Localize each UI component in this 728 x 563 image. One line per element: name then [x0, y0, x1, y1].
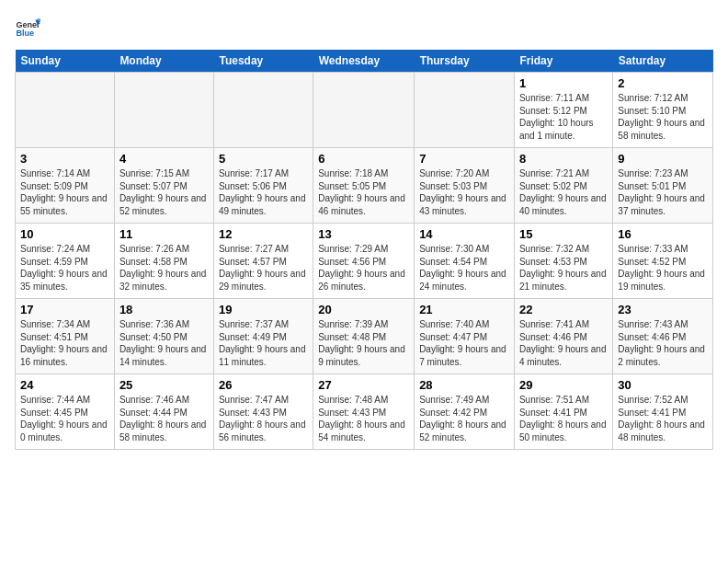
calendar-cell: 16Sunrise: 7:33 AM Sunset: 4:52 PM Dayli…: [613, 224, 713, 299]
day-info: Sunrise: 7:39 AM Sunset: 4:48 PM Dayligh…: [318, 318, 409, 368]
day-info: Sunrise: 7:30 AM Sunset: 4:54 PM Dayligh…: [419, 243, 509, 293]
day-number: 20: [318, 303, 409, 316]
header: General Blue: [15, 15, 713, 40]
day-number: 30: [618, 378, 708, 392]
day-number: 1: [519, 76, 608, 90]
weekday-header-friday: Friday: [514, 50, 612, 73]
day-info: Sunrise: 7:15 AM Sunset: 5:07 PM Dayligh…: [119, 167, 209, 217]
calendar-cell: 20Sunrise: 7:39 AM Sunset: 4:48 PM Dayli…: [313, 299, 415, 374]
day-number: 23: [618, 303, 708, 316]
day-number: 6: [318, 152, 409, 166]
weekday-header-sunday: Sunday: [16, 50, 115, 73]
calendar-cell: 9Sunrise: 7:23 AM Sunset: 5:01 PM Daylig…: [613, 148, 713, 224]
day-number: 3: [20, 152, 109, 166]
calendar-cell: 7Sunrise: 7:20 AM Sunset: 5:03 PM Daylig…: [415, 148, 515, 224]
day-number: 12: [219, 227, 308, 241]
day-info: Sunrise: 7:33 AM Sunset: 4:52 PM Dayligh…: [618, 243, 708, 293]
day-info: Sunrise: 7:26 AM Sunset: 4:58 PM Dayligh…: [119, 243, 209, 293]
calendar-cell: 30Sunrise: 7:52 AM Sunset: 4:41 PM Dayli…: [613, 374, 713, 450]
day-info: Sunrise: 7:20 AM Sunset: 5:03 PM Dayligh…: [419, 167, 509, 217]
calendar-cell: 29Sunrise: 7:51 AM Sunset: 4:41 PM Dayli…: [514, 374, 612, 450]
day-info: Sunrise: 7:47 AM Sunset: 4:43 PM Dayligh…: [219, 394, 308, 443]
day-info: Sunrise: 7:23 AM Sunset: 5:01 PM Dayligh…: [618, 167, 708, 217]
day-number: 19: [219, 303, 308, 316]
calendar-cell: 26Sunrise: 7:47 AM Sunset: 4:43 PM Dayli…: [213, 374, 313, 450]
calendar-cell: 23Sunrise: 7:43 AM Sunset: 4:46 PM Dayli…: [613, 299, 713, 374]
logo: General Blue: [15, 15, 40, 40]
day-number: 8: [519, 152, 608, 166]
day-info: Sunrise: 7:43 AM Sunset: 4:46 PM Dayligh…: [618, 318, 708, 368]
day-number: 18: [119, 303, 209, 316]
weekday-header-row: SundayMondayTuesdayWednesdayThursdayFrid…: [16, 50, 713, 73]
day-info: Sunrise: 7:14 AM Sunset: 5:09 PM Dayligh…: [20, 167, 109, 217]
day-info: Sunrise: 7:18 AM Sunset: 5:05 PM Dayligh…: [318, 167, 409, 217]
weekday-header-thursday: Thursday: [415, 50, 515, 73]
calendar-cell: 10Sunrise: 7:24 AM Sunset: 4:59 PM Dayli…: [16, 224, 115, 299]
day-info: Sunrise: 7:11 AM Sunset: 5:12 PM Dayligh…: [519, 92, 608, 142]
day-info: Sunrise: 7:41 AM Sunset: 4:46 PM Dayligh…: [519, 318, 608, 368]
day-number: 21: [419, 303, 509, 316]
calendar-cell: 3Sunrise: 7:14 AM Sunset: 5:09 PM Daylig…: [16, 148, 115, 224]
day-info: Sunrise: 7:29 AM Sunset: 4:56 PM Dayligh…: [318, 243, 409, 293]
day-number: 13: [318, 227, 409, 241]
calendar-cell: [415, 73, 515, 148]
calendar-cell: 27Sunrise: 7:48 AM Sunset: 4:43 PM Dayli…: [313, 374, 415, 450]
calendar-cell: 28Sunrise: 7:49 AM Sunset: 4:42 PM Dayli…: [415, 374, 515, 450]
weekday-header-saturday: Saturday: [613, 50, 713, 73]
day-info: Sunrise: 7:40 AM Sunset: 4:47 PM Dayligh…: [419, 318, 509, 368]
day-number: 17: [20, 303, 109, 316]
day-number: 22: [519, 303, 608, 316]
calendar-cell: 13Sunrise: 7:29 AM Sunset: 4:56 PM Dayli…: [313, 224, 415, 299]
week-row-3: 10Sunrise: 7:24 AM Sunset: 4:59 PM Dayli…: [16, 224, 713, 299]
calendar-cell: 2Sunrise: 7:12 AM Sunset: 5:10 PM Daylig…: [613, 73, 713, 148]
logo-icon: General Blue: [15, 15, 40, 40]
week-row-5: 24Sunrise: 7:44 AM Sunset: 4:45 PM Dayli…: [16, 374, 713, 450]
calendar-cell: 12Sunrise: 7:27 AM Sunset: 4:57 PM Dayli…: [213, 224, 313, 299]
calendar-cell: 18Sunrise: 7:36 AM Sunset: 4:50 PM Dayli…: [114, 299, 213, 374]
week-row-4: 17Sunrise: 7:34 AM Sunset: 4:51 PM Dayli…: [16, 299, 713, 374]
day-info: Sunrise: 7:21 AM Sunset: 5:02 PM Dayligh…: [519, 167, 608, 217]
day-number: 15: [519, 227, 608, 241]
calendar-cell: 25Sunrise: 7:46 AM Sunset: 4:44 PM Dayli…: [114, 374, 213, 450]
calendar-cell: 17Sunrise: 7:34 AM Sunset: 4:51 PM Dayli…: [16, 299, 115, 374]
day-number: 28: [419, 378, 509, 392]
day-number: 11: [119, 227, 209, 241]
calendar-cell: 6Sunrise: 7:18 AM Sunset: 5:05 PM Daylig…: [313, 148, 415, 224]
day-number: 10: [20, 227, 109, 241]
day-number: 9: [618, 152, 708, 166]
day-info: Sunrise: 7:48 AM Sunset: 4:43 PM Dayligh…: [318, 394, 409, 443]
day-info: Sunrise: 7:12 AM Sunset: 5:10 PM Dayligh…: [618, 92, 708, 142]
calendar-cell: 14Sunrise: 7:30 AM Sunset: 4:54 PM Dayli…: [415, 224, 515, 299]
calendar-cell: [16, 73, 115, 148]
svg-text:Blue: Blue: [16, 29, 34, 38]
day-number: 25: [119, 378, 209, 392]
day-info: Sunrise: 7:24 AM Sunset: 4:59 PM Dayligh…: [20, 243, 109, 293]
day-info: Sunrise: 7:17 AM Sunset: 5:06 PM Dayligh…: [219, 167, 308, 217]
day-info: Sunrise: 7:52 AM Sunset: 4:41 PM Dayligh…: [618, 394, 708, 443]
day-number: 24: [20, 378, 109, 392]
day-number: 7: [419, 152, 509, 166]
day-info: Sunrise: 7:44 AM Sunset: 4:45 PM Dayligh…: [20, 394, 109, 443]
calendar-cell: 1Sunrise: 7:11 AM Sunset: 5:12 PM Daylig…: [514, 73, 612, 148]
day-number: 16: [618, 227, 708, 241]
week-row-2: 3Sunrise: 7:14 AM Sunset: 5:09 PM Daylig…: [16, 148, 713, 224]
day-info: Sunrise: 7:32 AM Sunset: 4:53 PM Dayligh…: [519, 243, 608, 293]
weekday-header-tuesday: Tuesday: [213, 50, 313, 73]
calendar-cell: 22Sunrise: 7:41 AM Sunset: 4:46 PM Dayli…: [514, 299, 612, 374]
day-info: Sunrise: 7:49 AM Sunset: 4:42 PM Dayligh…: [419, 394, 509, 443]
day-info: Sunrise: 7:34 AM Sunset: 4:51 PM Dayligh…: [20, 318, 109, 368]
day-number: 14: [419, 227, 509, 241]
day-info: Sunrise: 7:46 AM Sunset: 4:44 PM Dayligh…: [119, 394, 209, 443]
day-number: 26: [219, 378, 308, 392]
calendar-cell: 21Sunrise: 7:40 AM Sunset: 4:47 PM Dayli…: [415, 299, 515, 374]
day-number: 2: [618, 76, 708, 90]
day-number: 5: [219, 152, 308, 166]
day-number: 4: [119, 152, 209, 166]
day-info: Sunrise: 7:37 AM Sunset: 4:49 PM Dayligh…: [219, 318, 308, 368]
weekday-header-wednesday: Wednesday: [313, 50, 415, 73]
calendar-cell: [114, 73, 213, 148]
day-info: Sunrise: 7:51 AM Sunset: 4:41 PM Dayligh…: [519, 394, 608, 443]
calendar-cell: 19Sunrise: 7:37 AM Sunset: 4:49 PM Dayli…: [213, 299, 313, 374]
day-info: Sunrise: 7:27 AM Sunset: 4:57 PM Dayligh…: [219, 243, 308, 293]
calendar-cell: [313, 73, 415, 148]
